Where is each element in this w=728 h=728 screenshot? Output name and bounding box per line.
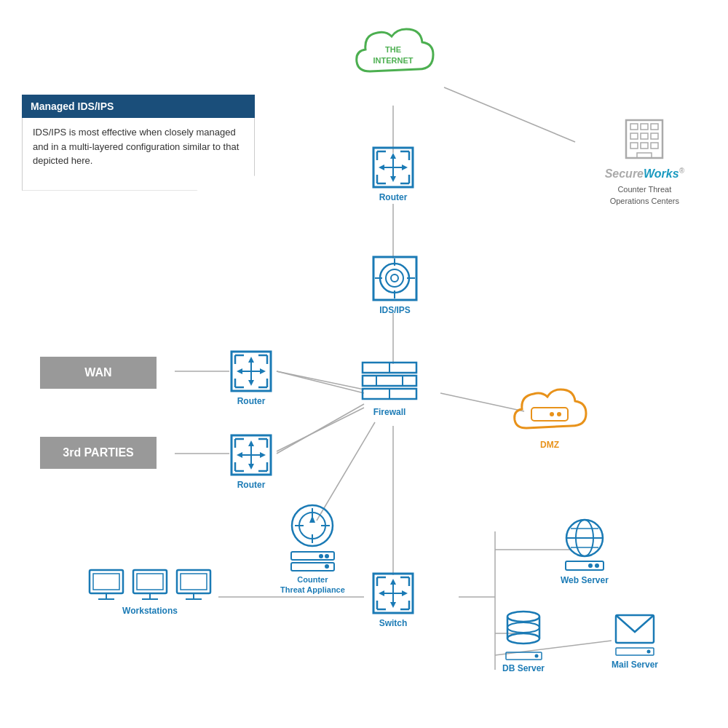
svg-text:THE: THE: [385, 45, 401, 54]
switch-icon: [371, 571, 415, 615]
svg-point-145: [507, 633, 539, 644]
svg-rect-24: [641, 133, 648, 139]
workstations-node: Workstations: [87, 568, 213, 617]
svg-line-4: [277, 371, 364, 393]
third-parties-box: 3rd PARTIES: [40, 437, 157, 469]
svg-marker-45: [379, 165, 384, 170]
idsips-icon: [371, 255, 419, 302]
mail-server-label: Mail Server: [612, 660, 658, 671]
svg-marker-46: [402, 165, 408, 170]
workstation-icon-1: [87, 568, 125, 603]
web-server-base-icon: [563, 559, 606, 572]
svg-rect-129: [137, 574, 163, 590]
svg-marker-44: [390, 176, 396, 182]
svg-point-141: [588, 563, 593, 568]
svg-point-48: [380, 264, 409, 293]
svg-point-140: [595, 563, 599, 568]
svg-marker-121: [402, 590, 408, 596]
workstations-label: Workstations: [122, 606, 178, 617]
svg-line-10: [277, 404, 364, 454]
dmz-node: DMZ: [510, 379, 590, 451]
router3-node: Router: [229, 433, 273, 491]
svg-point-103: [325, 554, 329, 558]
wan-label: WAN: [84, 366, 111, 379]
switch-label: Switch: [379, 618, 408, 630]
svg-point-146: [507, 622, 539, 633]
firewall-label: Firewall: [373, 407, 406, 419]
dmz-icon: [510, 379, 590, 437]
svg-rect-57: [363, 376, 416, 386]
svg-point-50: [391, 274, 398, 282]
web-server-globe-icon: [563, 517, 606, 559]
db-icon: [504, 608, 544, 652]
svg-point-151: [647, 650, 651, 654]
svg-marker-90: [237, 452, 242, 458]
mail-icon: [614, 612, 656, 646]
router3-icon: [229, 433, 273, 477]
svg-rect-23: [630, 133, 638, 139]
router1-label: Router: [379, 192, 408, 204]
cta-icon: [289, 502, 336, 550]
svg-line-1: [444, 87, 575, 142]
db-server-label: DB Server: [502, 663, 545, 675]
svg-point-93: [557, 412, 561, 416]
mail-server-node: Mail Server: [612, 612, 658, 671]
svg-rect-27: [641, 143, 648, 149]
svg-marker-119: [390, 602, 396, 608]
building-icon: [619, 113, 670, 164]
wan-box: WAN: [40, 357, 157, 389]
dmz-label: DMZ: [540, 440, 559, 451]
svg-marker-76: [260, 368, 266, 374]
svg-text:INTERNET: INTERNET: [373, 56, 414, 65]
workstations-row: [87, 568, 213, 603]
info-box-body: IDS/IPS is most effective when closely m…: [22, 118, 255, 191]
svg-line-5: [277, 408, 364, 451]
svg-rect-28: [651, 143, 658, 149]
svg-rect-21: [641, 124, 648, 130]
svg-point-142: [507, 612, 539, 622]
db-server-base: [504, 652, 544, 660]
svg-marker-89: [248, 464, 254, 470]
svg-line-9: [277, 371, 364, 389]
svg-marker-91: [260, 452, 266, 458]
idsips-label: IDS/IPS: [379, 305, 411, 317]
svg-marker-43: [390, 153, 396, 159]
svg-point-49: [386, 269, 403, 287]
router1-icon: [371, 146, 415, 189]
internet-node: THE INTERNET: [342, 15, 444, 87]
router3-label: Router: [237, 480, 266, 491]
svg-marker-118: [390, 579, 396, 585]
secureworks-label: Counter ThreatOperations Centers: [605, 184, 684, 207]
firewall-node: Firewall: [360, 360, 419, 419]
router2-label: Router: [237, 396, 266, 408]
svg-marker-74: [248, 380, 254, 386]
secureworks-logo: SecureWorks®: [605, 167, 684, 181]
svg-marker-88: [248, 440, 254, 446]
router2-icon: [229, 349, 273, 393]
idsips-node: IDS/IPS: [371, 255, 419, 317]
svg-marker-75: [237, 368, 242, 374]
network-diagram: Managed IDS/IPS IDS/IPS is most effectiv…: [0, 0, 728, 728]
workstation-icon-3: [175, 568, 213, 603]
svg-rect-26: [630, 143, 638, 149]
switch-node: Switch: [371, 571, 415, 630]
svg-point-106: [325, 564, 329, 569]
svg-rect-125: [93, 574, 119, 590]
secureworks-box: SecureWorks® Counter ThreatOperations Ce…: [605, 113, 684, 207]
internet-cloud-icon: THE INTERNET: [342, 15, 444, 87]
svg-point-94: [550, 412, 554, 416]
svg-marker-120: [379, 590, 384, 596]
svg-rect-20: [630, 124, 638, 130]
svg-rect-133: [181, 574, 207, 590]
cta-server-icon: [289, 550, 336, 571]
web-server-node: Web Server: [561, 517, 609, 587]
info-box: Managed IDS/IPS IDS/IPS is most effectiv…: [22, 95, 255, 191]
db-server-node: DB Server: [502, 608, 545, 675]
info-box-header: Managed IDS/IPS: [22, 95, 255, 118]
cta-node: CounterThreat Appliance: [280, 502, 345, 596]
firewall-icon: [360, 360, 419, 404]
mail-server-base: [614, 646, 656, 657]
svg-marker-101: [309, 515, 315, 523]
svg-rect-22: [651, 124, 658, 130]
svg-point-148: [534, 654, 538, 658]
